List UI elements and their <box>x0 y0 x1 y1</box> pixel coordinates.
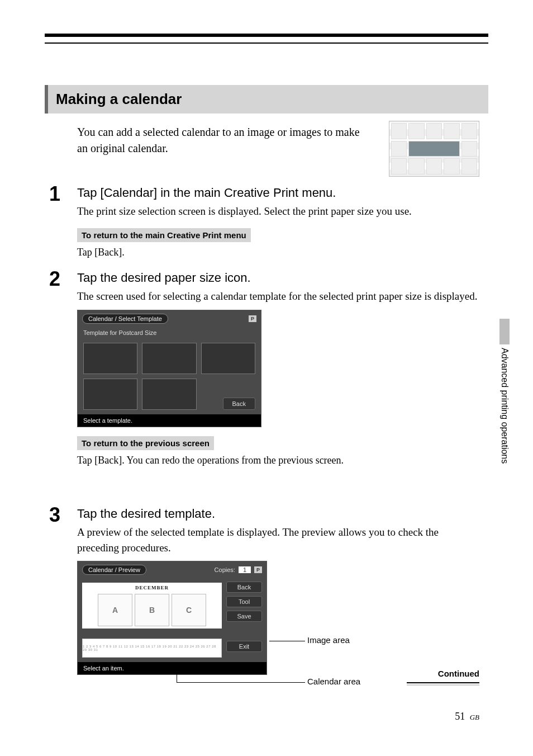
preview-month: DECEMBER <box>82 583 222 592</box>
template-option[interactable] <box>83 343 137 374</box>
leader-line <box>177 674 177 682</box>
step-heading: Tap the desired paper size icon. <box>77 271 479 285</box>
template-subtitle: Template for Postcard Size <box>78 327 261 338</box>
step-number: 1 <box>49 182 60 206</box>
step-number: 3 <box>49 503 60 527</box>
step-1: 1 Tap [Calendar] in the main Creative Pr… <box>77 186 479 258</box>
p-badge-icon: P <box>254 566 262 573</box>
image-slot-a[interactable]: A <box>98 594 132 626</box>
breadcrumb-pill: Calendar / Preview <box>82 565 146 575</box>
p-badge-icon: P <box>249 315 256 322</box>
back-button[interactable]: Back <box>223 398 255 410</box>
copies-label: Copies: <box>215 566 235 573</box>
preview-screenshot: Calendar / Preview Copies: 1 P DECEMBER … <box>77 561 267 675</box>
continued-label: Continued <box>438 669 479 678</box>
section-title-text: Making a calendar <box>56 91 182 107</box>
copies-value[interactable]: 1 <box>239 566 251 573</box>
section-title: Making a calendar <box>45 85 488 114</box>
step-body: The screen used for selecting a calendar… <box>77 289 479 304</box>
template-option[interactable] <box>83 379 137 410</box>
image-slot-c[interactable]: C <box>172 594 206 626</box>
step-heading: Tap the desired template. <box>77 507 479 521</box>
step-body: A preview of the selected template is di… <box>77 525 479 555</box>
intro-paragraph: You can add a selected calendar to an im… <box>77 124 368 157</box>
note-body: Tap [Back]. <box>77 247 479 258</box>
page-suffix: GB <box>470 713 479 721</box>
page-footer: 51 GB <box>455 711 479 722</box>
breadcrumb-pill: Calendar / Select Template <box>82 314 168 324</box>
note-title: To return to the main Creative Print men… <box>77 228 251 242</box>
side-tab-text: Advanced printing operations <box>499 348 510 464</box>
template-option[interactable] <box>201 343 255 374</box>
template-option[interactable] <box>142 379 196 410</box>
step-heading: Tap [Calendar] in the main Creative Prin… <box>77 186 479 200</box>
step-number: 2 <box>49 267 60 291</box>
leader-line <box>269 641 305 641</box>
template-select-screenshot: Calendar / Select Template P Template fo… <box>77 310 261 427</box>
step-3: 3 Tap the desired template. A preview of… <box>77 507 479 675</box>
status-bar: Select a template. <box>78 414 261 427</box>
preview-image-row: A B C <box>82 592 222 629</box>
tool-button[interactable]: Tool <box>226 596 262 607</box>
step-2: 2 Tap the desired paper size icon. The s… <box>77 271 479 466</box>
calendar-sample-thumbnail <box>389 121 479 177</box>
leader-line <box>177 682 305 683</box>
side-tab-marker <box>499 319 510 344</box>
note-title: To return to the previous screen <box>77 436 214 450</box>
status-bar: Select an item. <box>78 662 266 674</box>
side-tab: Advanced printing operations <box>499 319 510 464</box>
header-thick-rule <box>45 34 488 37</box>
save-button[interactable]: Save <box>226 611 262 622</box>
note-body: Tap [Back]. You can redo the operations … <box>77 455 479 466</box>
page-number: 51 <box>455 711 465 722</box>
image-area-label: Image area <box>307 635 350 645</box>
header-thin-rule <box>45 42 488 44</box>
continued-rule <box>407 682 479 686</box>
calendar-area-label: Calendar area <box>307 677 360 686</box>
image-slot-b[interactable]: B <box>135 594 169 626</box>
step-body: The print size selection screen is displ… <box>77 204 479 219</box>
exit-button[interactable]: Exit <box>226 641 262 652</box>
preview-calendar-strip[interactable]: 1 2 3 4 5 6 7 8 9 10 11 12 13 14 15 16 1… <box>82 639 222 658</box>
back-button[interactable]: Back <box>226 582 262 593</box>
template-option[interactable] <box>142 343 196 374</box>
